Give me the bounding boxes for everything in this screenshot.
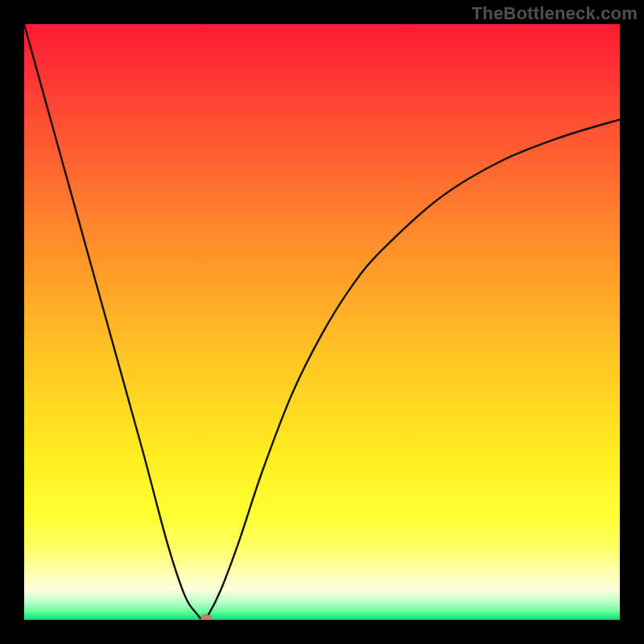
plot-area: [24, 24, 620, 620]
minimum-marker: [200, 614, 212, 620]
bottleneck-curve: [24, 24, 620, 620]
chart-frame: TheBottleneck.com: [0, 0, 644, 644]
watermark-label: TheBottleneck.com: [472, 3, 638, 24]
